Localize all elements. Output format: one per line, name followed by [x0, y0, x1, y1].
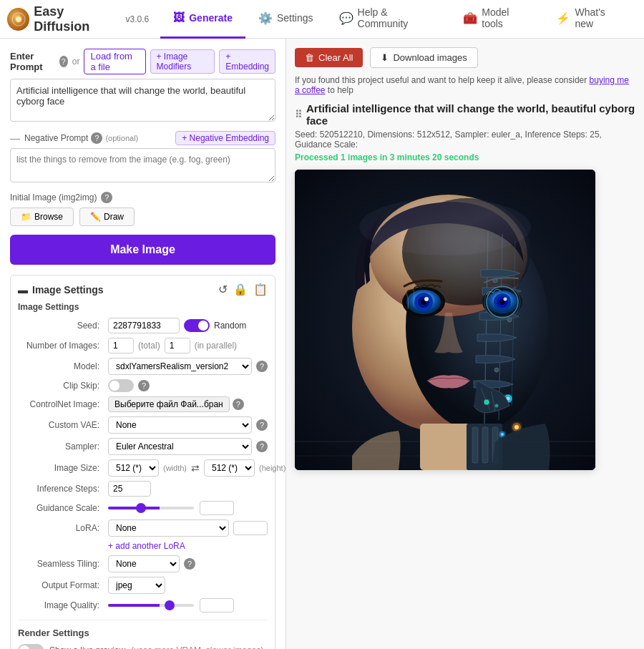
download-icon: ⬇ [381, 52, 389, 63]
help-icon: 💬 [339, 11, 353, 25]
init-help-icon[interactable]: ? [101, 192, 112, 203]
generated-image [295, 170, 595, 470]
sampler-select[interactable]: Euler Ancestral [108, 438, 252, 455]
prompt-textarea[interactable]: Artificial intelligence that will change… [10, 79, 275, 122]
add-lora-link[interactable]: + add another LoRA [108, 541, 185, 551]
seed-row: Seed: Random [18, 318, 268, 333]
guidance-scale-value[interactable]: 7.5 [200, 501, 234, 515]
num-images-label: Number of Images: [18, 341, 104, 351]
live-preview-row: Show a live preview (uses more VRAM, slo… [18, 644, 268, 649]
width-select[interactable]: 512 (*) [108, 459, 159, 477]
swap-dimensions-icon[interactable]: ⇄ [191, 462, 200, 474]
svg-point-42 [495, 404, 499, 408]
live-preview-toggle[interactable] [18, 644, 44, 649]
height-select[interactable]: 512 (*) [204, 459, 255, 477]
sampler-help-icon[interactable]: ? [256, 441, 268, 452]
settings-actions: ↺ 🔒 📋 [218, 283, 268, 296]
embedding-btn[interactable]: + Embedding [219, 49, 275, 74]
guidance-scale-slider[interactable] [108, 507, 194, 509]
load-from-file-btn[interactable]: Load from a file [84, 49, 145, 74]
settings-header: ▬ Image Settings ↺ 🔒 📋 [18, 283, 268, 296]
seed-input[interactable] [108, 318, 180, 333]
neg-prompt-row: — Negative Prompt ? (optional) + Negativ… [10, 131, 275, 145]
svg-point-46 [501, 433, 504, 436]
clip-skip-help-icon[interactable]: ? [138, 380, 150, 391]
tab-generate[interactable]: 🖼 Generate [160, 0, 245, 39]
image-quality-label: Image Quality: [18, 600, 104, 610]
svg-point-44 [514, 425, 519, 429]
neg-embedding-btn[interactable]: + Negative Embedding [175, 131, 275, 145]
clip-skip-label: Clip Skip: [18, 381, 104, 391]
model-select[interactable]: sdxlYamersRealism_version2 [108, 358, 252, 375]
sampler-label: Sampler: [18, 441, 104, 452]
make-image-btn[interactable]: Make Image [10, 235, 275, 265]
live-preview-note: (uses more VRAM, slower images) [131, 645, 263, 649]
copy-settings-btn[interactable]: 📋 [253, 283, 268, 296]
tab-help[interactable]: 💬 Help & Community [326, 0, 451, 39]
image-modifiers-btn[interactable]: + Image Modifiers [150, 49, 215, 74]
controlnet-file-btn[interactable]: Выберите файл Фай...бран [108, 396, 230, 412]
neg-help-icon[interactable]: ? [91, 132, 102, 144]
svg-point-38 [424, 297, 429, 301]
init-image-btns: 📁 Browse ✏️ Draw [10, 208, 275, 226]
lora-select[interactable]: None [108, 519, 229, 537]
settings-collapse-icon: ▬ [18, 284, 28, 296]
image-settings-section: ▬ Image Settings ↺ 🔒 📋 Image Settings Se… [10, 275, 275, 649]
svg-point-24 [494, 368, 499, 372]
height-label: (height) [259, 464, 286, 472]
settings-title: ▬ Image Settings [18, 284, 104, 296]
guidance-scale-slider-container: 7.5 [108, 501, 234, 515]
total-text: (total) [138, 341, 160, 351]
model-help-icon[interactable]: ? [256, 361, 268, 372]
trash-icon: 🗑 [305, 52, 314, 63]
model-label: Model: [18, 361, 104, 371]
neg-prompt-textarea[interactable] [10, 148, 275, 182]
right-panel: 🗑 Clear All ⬇ Download images If you fou… [286, 39, 644, 649]
clear-all-btn[interactable]: 🗑 Clear All [295, 48, 363, 67]
browse-btn[interactable]: 📁 Browse [10, 208, 74, 226]
nav-tabs: 🖼 Generate ⚙️ Settings 💬 Help & Communit… [160, 0, 637, 39]
generated-image-container [295, 170, 595, 470]
app-version: v3.0.6 [126, 14, 150, 24]
tab-model-tools-label: Model tools [482, 6, 530, 29]
controlnet-label: ControlNet Image: [18, 399, 104, 409]
image-quality-slider-container: 75 [108, 598, 234, 613]
reset-settings-btn[interactable]: ↺ [218, 283, 228, 296]
output-format-select[interactable]: jpeg [108, 577, 165, 594]
image-quality-slider[interactable] [108, 604, 194, 607]
clip-skip-row: Clip Skip: ? [18, 379, 268, 392]
lora-strength-input[interactable]: 0.5 [233, 521, 268, 535]
seamless-select[interactable]: None [108, 555, 180, 572]
init-image-row: Initial Image (img2img) ? [10, 192, 275, 203]
prompt-help-icon[interactable]: ? [59, 56, 68, 67]
tab-generate-label: Generate [189, 12, 233, 24]
svg-rect-13 [482, 427, 488, 463]
draw-btn[interactable]: ✏️ Draw [79, 208, 135, 226]
tab-settings[interactable]: ⚙️ Settings [245, 0, 326, 39]
clip-skip-toggle[interactable] [108, 379, 134, 392]
controlnet-help-icon[interactable]: ? [233, 399, 244, 410]
right-topbar: 🗑 Clear All ⬇ Download images [295, 47, 635, 68]
tab-model-tools[interactable]: 🧰 Model tools [450, 0, 543, 39]
lock-settings-btn[interactable]: 🔒 [233, 283, 248, 296]
custom-vae-help-icon[interactable]: ? [256, 419, 268, 431]
svg-rect-12 [472, 427, 478, 463]
width-label: (width) [163, 464, 187, 472]
tab-whats-new[interactable]: ⚡ What's new [543, 0, 637, 39]
svg-point-1 [16, 16, 21, 22]
controlnet-input-group: Выберите файл Фай...бран ? [108, 396, 244, 412]
seamless-help-icon[interactable]: ? [184, 558, 195, 570]
random-toggle[interactable] [184, 319, 210, 332]
inference-steps-input[interactable] [108, 481, 151, 497]
num-images-input[interactable] [108, 338, 134, 353]
custom-vae-select[interactable]: None [108, 416, 252, 434]
image-quality-value[interactable]: 75 [200, 598, 234, 613]
lora-input-group: None 0.5 [108, 519, 268, 537]
subsection-title: Image Settings [18, 302, 268, 312]
render-settings-section: Render Settings Show a live preview (use… [18, 628, 268, 649]
parallel-input[interactable] [165, 338, 190, 353]
download-images-btn[interactable]: ⬇ Download images [370, 47, 477, 68]
tab-help-label: Help & Community [358, 6, 438, 29]
logo-icon [7, 8, 29, 31]
custom-vae-row: Custom VAE: None ? [18, 416, 268, 434]
